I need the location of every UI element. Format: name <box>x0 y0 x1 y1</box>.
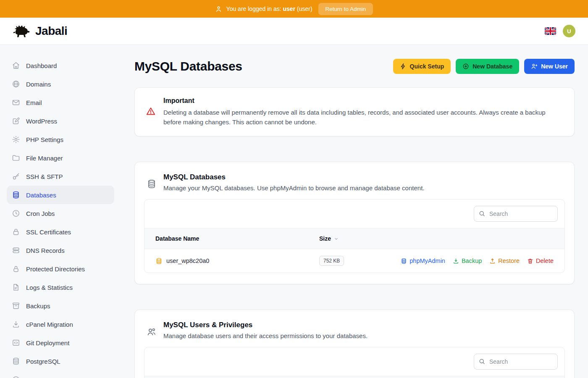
sidebar-item-label: PHP Settings <box>26 136 63 143</box>
sidebar-item-label: Logs & Statistics <box>26 284 73 291</box>
databases-search-input[interactable] <box>474 206 558 222</box>
trash-icon <box>527 258 533 264</box>
sidebar-item-databases[interactable]: Databases <box>7 186 114 204</box>
page-title: MySQL Databases <box>134 59 242 74</box>
restore-link[interactable]: Restore <box>489 257 520 264</box>
person-icon <box>215 5 222 13</box>
size-badge: 752 KB <box>319 256 344 266</box>
quick-setup-label: Quick Setup <box>410 63 444 70</box>
sidebar-item-label: SSL Certificates <box>26 228 71 236</box>
document-icon <box>12 283 20 291</box>
search-icon <box>478 358 486 365</box>
new-database-label: New Database <box>472 63 512 70</box>
plus-circle-icon <box>462 63 469 70</box>
database-name: user_wp8c20a0 <box>166 257 209 264</box>
users-table-panel: User Database Privileges <box>144 347 565 378</box>
sidebar-item-backups[interactable]: Backups <box>7 297 114 315</box>
sidebar-item-label: Git Deployment <box>26 339 69 346</box>
mysql-databases-card: MySQL Databases Manage your MySQL databa… <box>134 162 575 284</box>
database-icon <box>12 191 20 199</box>
section-description: Manage your MySQL databases. Use phpMyAd… <box>163 184 424 192</box>
sidebar-item-cpanel-migration[interactable]: cPanel Migration <box>7 315 114 333</box>
logged-in-username: user <box>283 5 296 12</box>
new-database-button[interactable]: New Database <box>456 59 519 74</box>
download-icon <box>12 320 20 328</box>
uk-flag-icon[interactable] <box>545 27 556 35</box>
sidebar-item-label: cPanel Migration <box>26 321 73 328</box>
sidebar-item-label: Databases <box>26 192 56 199</box>
notice-body: Deleting a database will permanently rem… <box>163 108 558 127</box>
users-icon <box>147 327 157 339</box>
sidebar-item-ssl-certificates[interactable]: SSL Certificates <box>7 223 114 241</box>
lock-icon <box>12 228 20 236</box>
users-table-header: User Database Privileges <box>144 376 564 378</box>
phpmyadmin-label: phpMyAdmin <box>410 257 445 264</box>
home-icon <box>12 61 20 70</box>
chevron-down-icon <box>333 236 339 242</box>
sidebar-item-dns-records[interactable]: DNS Records <box>7 241 114 260</box>
server-icon <box>12 246 20 255</box>
return-to-admin-button[interactable]: Return to Admin <box>318 3 373 15</box>
column-size-sortable[interactable]: Size <box>319 235 554 242</box>
column-size-label: Size <box>319 235 331 242</box>
users-search-input[interactable] <box>474 354 558 370</box>
section-title: MySQL Databases <box>163 173 424 181</box>
user-avatar[interactable]: U <box>563 25 575 37</box>
boar-logo-icon <box>13 24 31 39</box>
sidebar-item-wordpress[interactable]: WordPress <box>7 112 114 130</box>
backup-link[interactable]: Backup <box>453 257 482 264</box>
main-content: MySQL Databases Quick Setup New Database… <box>121 45 588 378</box>
sidebar-item-label: SSH & SFTP <box>26 173 63 180</box>
database-icon <box>147 179 157 192</box>
sidebar-item-php-settings[interactable]: PHP Settings <box>7 130 114 149</box>
databases-table-panel: Database Name Size user_wp8c20a0 752 KB <box>144 199 565 273</box>
phpmyadmin-link[interactable]: phpMyAdmin <box>401 257 445 264</box>
search-icon <box>478 210 486 217</box>
sidebar-item-protected-directories[interactable]: Protected Directories <box>7 260 114 278</box>
sidebar-item-logs-statistics[interactable]: Logs & Statistics <box>7 278 114 297</box>
sidebar-item-domains[interactable]: Domains <box>7 75 114 93</box>
lightning-icon <box>400 63 407 70</box>
database-icon <box>155 257 163 265</box>
table-row: user_wp8c20a0 752 KB phpMyAdmin Backup <box>144 249 564 273</box>
sidebar-item-label: WordPress <box>26 118 57 125</box>
column-database-name: Database Name <box>155 235 319 242</box>
new-user-button[interactable]: New User <box>524 59 575 74</box>
sidebar-item-ssh-sftp[interactable]: SSH & SFTP <box>7 167 114 186</box>
gear-icon <box>12 135 20 144</box>
logged-in-role: (user) <box>297 5 312 12</box>
sidebar-item-label: Email <box>26 99 42 106</box>
sidebar-item-label: Domains <box>26 81 51 88</box>
sidebar-item-label: Dashboard <box>26 62 57 69</box>
brand-logo[interactable]: Jabali <box>13 24 67 39</box>
sidebar-item-email[interactable]: Email <box>7 93 114 112</box>
mysql-users-card: MySQL Users & Privileges Manage database… <box>134 310 575 378</box>
backup-label: Backup <box>462 257 482 264</box>
sidebar-item-partial[interactable] <box>7 370 114 378</box>
circle-icon <box>12 375 20 378</box>
impersonation-banner: You are logged in as: user (user) Return… <box>0 0 588 18</box>
sidebar-item-git-deployment[interactable]: Git Deployment <box>7 333 114 352</box>
sidebar-item-label: Backups <box>26 302 50 310</box>
key-icon <box>12 172 20 181</box>
sidebar-item-dashboard[interactable]: Dashboard <box>7 56 114 75</box>
sidebar-item-file-manager[interactable]: File Manager <box>7 149 114 167</box>
restore-label: Restore <box>498 257 520 264</box>
delete-link[interactable]: Delete <box>527 257 554 264</box>
sidebar-item-postgresql[interactable]: PostgreSQL <box>7 352 114 370</box>
logged-in-prefix: You are logged in as: <box>226 5 281 12</box>
quick-setup-button[interactable]: Quick Setup <box>393 59 451 74</box>
database-icon <box>12 357 20 365</box>
sidebar-item-label: DNS Records <box>26 247 65 254</box>
sidebar-item-label: File Manager <box>26 155 63 162</box>
sidebar-item-cron-jobs[interactable]: Cron Jobs <box>7 204 114 223</box>
section-title: MySQL Users & Privileges <box>163 321 368 329</box>
user-plus-icon <box>531 63 538 70</box>
sidebar-item-label: Cron Jobs <box>26 210 55 217</box>
globe-icon <box>12 80 20 88</box>
section-description: Manage database users and their access p… <box>163 332 368 339</box>
upload-arrow-icon <box>489 258 496 264</box>
sidebar-item-label: PostgreSQL <box>26 358 60 365</box>
sidebar-item-label: Protected Directories <box>26 265 85 273</box>
brand-name: Jabali <box>35 24 67 38</box>
